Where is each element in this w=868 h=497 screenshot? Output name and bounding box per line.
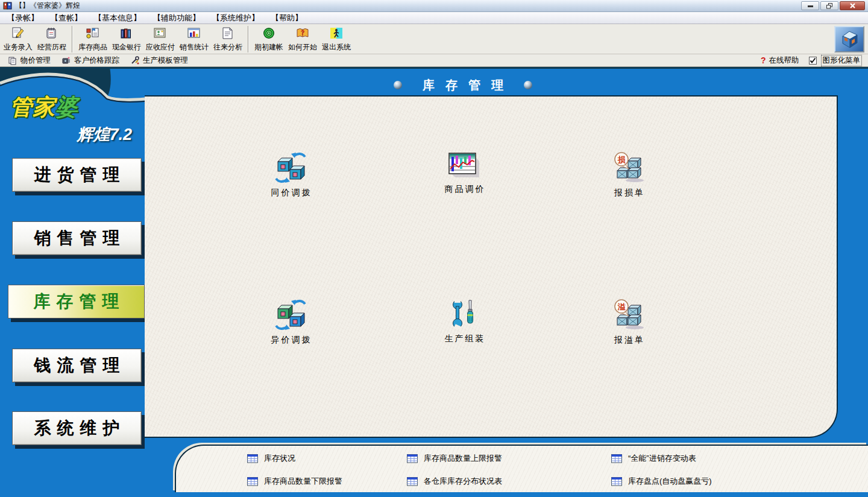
feature-diff-price-transfer[interactable]: 异价调拨 [251,299,330,346]
feature-label: 报溢单 [614,335,645,346]
feature-same-price-transfer[interactable]: 同价调拨 [251,152,330,198]
sales-statistics-icon [186,26,202,42]
online-help-link[interactable]: ? 在线帮助 [755,55,805,66]
goods-price-adjust-icon [448,152,480,180]
toolbar-item-inventory-goods[interactable]: 库存商品 [76,25,110,53]
sidebar-item-inventory[interactable]: 库存管理 [8,285,145,318]
initial-accounts-icon [261,26,277,42]
online-help-label: 在线帮助 [769,55,799,66]
main-region: 管家婆 辉煌7.2 进货管理 销售管理 库存管理 钱流管理 系统维护 库存管理 [0,67,868,497]
business-history-icon [44,26,60,42]
toolbar-item-exit-system[interactable]: 退出系统 [319,25,353,53]
minimize-button[interactable] [801,1,819,10]
reports-panel: 库存状况 库存商品数量上限报警 “全能”进销存变动表 库存商品数量下限报警 各仓… [175,445,868,492]
report-label: 库存商品数量下限报警 [264,476,342,487]
close-button[interactable] [840,1,865,10]
toolbar-item-cash-bank[interactable]: 现金银行 [110,25,143,53]
svg-text:?: ? [301,29,305,36]
toolbar-label: 现金银行 [112,42,141,52]
toolbar-item-business-history[interactable]: 经营历程 [35,25,69,53]
customer-price-tracking-icon [61,55,71,65]
exit-system-icon [329,26,344,42]
cash-bank-icon [119,26,134,42]
toolbar2-item-customer-price-tracking[interactable]: 客户价格跟踪 [56,55,125,66]
overflow-stamp-text: 溢 [618,302,626,311]
feature-loss-report[interactable]: 损 报损单 [590,152,668,198]
menu-item-auxiliary[interactable]: 【辅助功能】 [147,12,206,24]
feature-overflow-report[interactable]: 溢 报溢单 [590,299,668,346]
menu-bar: 【录帐】 【查帐】 【基本信息】 【辅助功能】 【系统维护】 【帮助】 [0,12,868,24]
toolbar-label: 销售统计 [180,42,209,52]
report-almighty-change-table[interactable]: “全能”进销存变动表 [611,453,696,464]
sidebar-item-purchase[interactable]: 进货管理 [12,158,142,192]
table-report-icon [247,477,258,486]
loss-report-icon: 损 [612,152,646,183]
report-label: “全能”进销存变动表 [628,453,696,464]
table-report-icon [247,454,258,463]
toolbar2-item-production-template[interactable]: 生产模板管理 [125,55,193,66]
transactions-analysis-icon [220,26,236,42]
brand-wordmark: 管家婆 [10,92,139,122]
price-management-icon [8,55,17,65]
toolbar2-right-group: ? 在线帮助 图形化菜单 [755,55,862,66]
toolbar-item-receivable-payable[interactable]: 应收应付 [143,25,177,53]
report-lower-limit-alarm[interactable]: 库存商品数量下限报警 [247,476,342,487]
toolbar2-item-price-management[interactable]: 物价管理 [2,55,56,66]
menu-item-system-maintain[interactable]: 【系统维护】 [206,12,265,24]
titlebar: 【】《管家婆》辉煌 [0,0,868,12]
sidebar-item-cashflow[interactable]: 钱流管理 [12,349,142,382]
section-header: 库存管理 [145,77,781,93]
table-report-icon [407,477,418,486]
toolbar-label: 业务录入 [4,42,33,52]
close-icon [850,3,855,8]
sidebar-item-label: 系统维护 [34,417,126,440]
secondary-toolbar: 物价管理 客户价格跟踪 生产模板管理 ? 在线帮助 图形化菜单 [0,54,868,67]
feature-label: 商品调价 [445,184,486,195]
report-stocktaking[interactable]: 库存盘点(自动盘赢盘亏) [611,476,712,487]
diff-price-transfer-icon [273,299,308,331]
cube-logo-button[interactable] [834,26,864,52]
sidebar-item-system-maintain[interactable]: 系统维护 [12,411,142,445]
toolbar-item-sales-statistics[interactable]: 销售统计 [177,25,211,53]
toolbar-item-business-entry[interactable]: 业务录入 [1,25,35,53]
toolbar-label: 应收应付 [146,42,175,52]
toolbar-item-how-to-start[interactable]: ? 如何开始 [286,25,319,53]
report-label: 库存盘点(自动盘赢盘亏) [628,476,712,487]
feature-goods-price-adjust[interactable]: 商品调价 [425,152,503,195]
sidebar-item-label: 进货管理 [34,163,126,186]
content-area: 同价调拨 商品调价 [145,95,838,438]
production-template-icon [130,55,140,65]
feature-label: 报损单 [614,188,645,198]
graphical-menu-checkbox[interactable] [809,57,817,65]
toolbar-label: 经营历程 [37,42,66,52]
menu-item-help[interactable]: 【帮助】 [265,12,309,24]
loss-stamp-text: 损 [617,155,626,164]
brand-part2: 婆 [55,95,78,119]
toolbar-item-initial-accounts[interactable]: 期初建帐 [252,25,286,53]
restore-button[interactable] [820,1,838,10]
menu-item-check-accounts[interactable]: 【查帐】 [45,12,88,24]
report-inventory-status[interactable]: 库存状况 [247,453,295,464]
graphical-menu-label[interactable]: 图形化菜单 [821,55,863,66]
sidebar-item-sales[interactable]: 销售管理 [12,221,142,255]
toolbar2-label: 生产模板管理 [143,55,188,66]
toolbar-label: 往来分析 [213,42,242,52]
how-to-start-icon: ? [295,26,310,42]
sidebar-item-label: 销售管理 [34,227,126,250]
toolbar-item-transactions-analysis[interactable]: 往来分析 [211,25,245,53]
help-question-icon: ? [761,55,766,65]
menu-item-record[interactable]: 【录帐】 [1,12,45,24]
cube-logo-icon [838,30,860,49]
check-icon [810,57,816,64]
toolbar2-label: 客户价格跟踪 [74,55,119,66]
report-warehouse-distribution[interactable]: 各仓库库存分布状况表 [407,476,502,487]
feature-label: 异价调拨 [271,335,312,346]
report-upper-limit-alarm[interactable]: 库存商品数量上限报警 [407,453,502,464]
toolbar-label: 期初建帐 [254,42,283,52]
feature-production-assembly[interactable]: 生产组装 [425,299,503,344]
toolbar2-label: 物价管理 [20,55,51,66]
table-report-icon [407,454,418,463]
toolbar-label: 退出系统 [322,42,351,52]
menu-item-basic-info[interactable]: 【基本信息】 [88,12,147,24]
table-report-icon [611,454,622,463]
